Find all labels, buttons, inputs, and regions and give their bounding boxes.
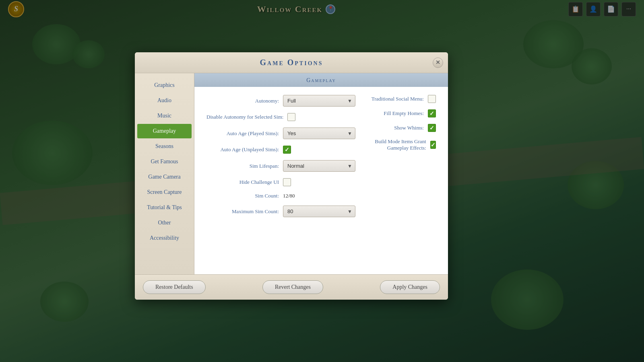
sidebar-item-graphics[interactable]: Graphics xyxy=(137,78,192,93)
sim-lifespan-row: Sim Lifespan: Short Normal Long Epic ▼ xyxy=(206,160,355,172)
autonomy-label: Autonomy: xyxy=(206,98,279,104)
show-whims-row: Show Whims: xyxy=(363,124,436,132)
sim-count-label: Sim Count: xyxy=(206,193,279,199)
build-mode-items-checkbox[interactable] xyxy=(430,141,436,149)
sidebar-item-game-camera[interactable]: Game Camera xyxy=(137,170,192,184)
disable-autonomy-label: Disable Autonomy for Selected Sim: xyxy=(206,114,283,120)
sidebar-item-audio[interactable]: Audio xyxy=(137,93,192,108)
sidebar-item-get-famous[interactable]: Get Famous xyxy=(137,154,192,169)
sim-lifespan-dropdown[interactable]: Short Normal Long Epic xyxy=(283,160,355,172)
show-whims-label: Show Whims: xyxy=(394,125,424,131)
apply-changes-button[interactable]: Apply Changes xyxy=(380,280,440,294)
sidebar-item-screen-capture[interactable]: Screen Capture xyxy=(137,185,192,200)
content-area: Gameplay Autonomy: Full Limited xyxy=(194,73,448,274)
autonomy-dropdown[interactable]: Full Limited Off xyxy=(283,95,355,107)
max-sim-count-label: Maximum Sim Count: xyxy=(206,208,279,215)
sim-lifespan-wrapper: Short Normal Long Epic ▼ xyxy=(283,160,355,172)
build-mode-items-label: Build Mode Items Grant Gameplay Effects: xyxy=(363,138,426,151)
autonomy-dropdown-wrapper: Full Limited Off ▼ xyxy=(283,95,355,107)
fill-empty-homes-row: Fill Empty Homes: xyxy=(363,109,436,117)
auto-age-unplayed-label: Auto Age (Unplayed Sims): xyxy=(206,146,279,153)
game-options-modal: Game Options ✕ Graphics Audio Music Game… xyxy=(135,52,448,300)
max-sim-count-row: Maximum Sim Count: 20 40 60 80 100 ▼ xyxy=(206,206,355,217)
content-body: Autonomy: Full Limited Off ▼ xyxy=(194,87,448,232)
hide-challenge-ui-row: Hide Challenge UI xyxy=(206,178,355,186)
sidebar: Graphics Audio Music Gameplay Seasons Ge… xyxy=(135,73,194,274)
modal-body: Graphics Audio Music Gameplay Seasons Ge… xyxy=(135,73,448,274)
traditional-social-checkbox[interactable] xyxy=(428,95,436,103)
hide-challenge-ui-label: Hide Challenge UI xyxy=(206,179,279,185)
sim-lifespan-label: Sim Lifespan: xyxy=(206,163,279,169)
modal-title: Game Options xyxy=(260,58,323,67)
auto-age-played-dropdown[interactable]: Yes No xyxy=(283,128,355,139)
content-section-header: Gameplay xyxy=(194,73,448,87)
sidebar-item-gameplay[interactable]: Gameplay xyxy=(137,124,192,138)
autonomy-row: Autonomy: Full Limited Off ▼ xyxy=(206,95,355,107)
sidebar-item-tutorial-tips[interactable]: Tutorial & Tips xyxy=(137,200,192,215)
build-mode-items-row: Build Mode Items Grant Gameplay Effects: xyxy=(363,138,436,151)
close-button[interactable]: ✕ xyxy=(433,58,443,68)
sidebar-item-music[interactable]: Music xyxy=(137,109,192,123)
hide-challenge-ui-checkbox[interactable] xyxy=(283,178,291,186)
auto-age-played-label: Auto Age (Played Sims): xyxy=(206,130,279,137)
traditional-social-row: Traditional Social Menu: xyxy=(363,95,436,103)
modal-header: Game Options ✕ xyxy=(135,52,448,73)
auto-age-played-row: Auto Age (Played Sims): Yes No ▼ xyxy=(206,128,355,139)
auto-age-played-wrapper: Yes No ▼ xyxy=(283,128,355,139)
sidebar-item-accessibility[interactable]: Accessibility xyxy=(137,231,192,245)
auto-age-unplayed-row: Auto Age (Unplayed Sims): xyxy=(206,146,355,154)
fill-empty-homes-checkbox[interactable] xyxy=(428,109,436,117)
fill-empty-homes-label: Fill Empty Homes: xyxy=(384,110,424,117)
disable-autonomy-checkbox[interactable] xyxy=(287,113,295,121)
max-sim-count-wrapper: 20 40 60 80 100 ▼ xyxy=(283,206,355,217)
disable-autonomy-row: Disable Autonomy for Selected Sim: xyxy=(206,113,355,121)
sim-count-value: 12/80 xyxy=(283,193,295,199)
sidebar-item-other[interactable]: Other xyxy=(137,216,192,230)
auto-age-unplayed-checkbox[interactable] xyxy=(283,146,291,154)
modal-footer: Restore Defaults Revert Changes Apply Ch… xyxy=(135,274,448,300)
left-column: Autonomy: Full Limited Off ▼ xyxy=(206,95,355,224)
content-section-title: Gameplay xyxy=(306,77,336,83)
max-sim-count-dropdown[interactable]: 20 40 60 80 100 xyxy=(283,206,355,217)
revert-changes-button[interactable]: Revert Changes xyxy=(262,280,323,294)
show-whims-checkbox[interactable] xyxy=(428,124,436,132)
traditional-social-label: Traditional Social Menu: xyxy=(372,96,424,102)
sim-count-row: Sim Count: 12/80 xyxy=(206,193,355,199)
sidebar-item-seasons[interactable]: Seasons xyxy=(137,139,192,154)
restore-defaults-button[interactable]: Restore Defaults xyxy=(143,280,206,294)
right-column: Traditional Social Menu: Fill Empty Home… xyxy=(363,95,436,224)
